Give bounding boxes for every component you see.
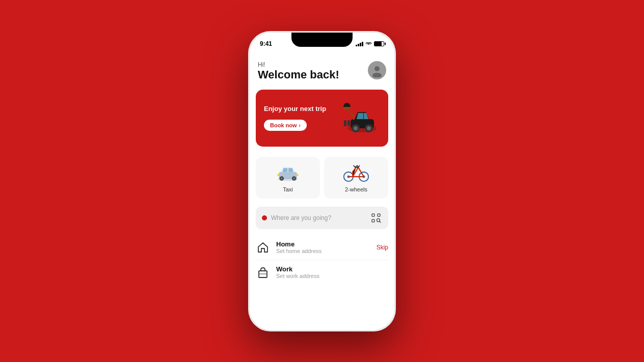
notch bbox=[291, 33, 353, 47]
arrow-icon: › bbox=[299, 123, 301, 128]
svg-rect-11 bbox=[347, 120, 350, 126]
address-list: Home Set home address Skip Work bbox=[250, 233, 394, 287]
svg-point-5 bbox=[354, 126, 358, 130]
home-address-text: Home Set home address bbox=[276, 240, 370, 254]
battery-fill bbox=[374, 42, 382, 46]
phone-inner: 9:41 bbox=[250, 33, 394, 330]
svg-point-1 bbox=[372, 73, 382, 77]
home-address-item[interactable]: Home Set home address Skip bbox=[256, 235, 388, 260]
svg-rect-18 bbox=[277, 174, 279, 176]
book-now-button[interactable]: Book now › bbox=[264, 120, 307, 131]
svg-rect-24 bbox=[372, 214, 374, 216]
svg-point-7 bbox=[367, 126, 371, 130]
home-name: Home bbox=[276, 240, 370, 248]
work-address-item[interactable]: Work Set work address bbox=[256, 260, 388, 285]
svg-rect-25 bbox=[378, 214, 380, 216]
greeting-hi: Hi! bbox=[258, 61, 339, 68]
svg-rect-26 bbox=[372, 219, 374, 222]
svg-point-15 bbox=[281, 178, 283, 180]
wifi-icon bbox=[365, 41, 372, 47]
status-icons bbox=[356, 41, 384, 47]
search-placeholder: Where are you going? bbox=[271, 214, 366, 221]
work-name: Work bbox=[276, 265, 388, 273]
status-bar: 9:41 bbox=[250, 33, 394, 55]
svg-rect-10 bbox=[344, 120, 346, 126]
search-section: Where are you going? bbox=[250, 203, 394, 233]
app-header: Hi! Welcome back! bbox=[250, 55, 394, 86]
promo-illustration bbox=[334, 98, 380, 138]
avatar[interactable] bbox=[368, 61, 386, 79]
home-subtitle: Set home address bbox=[276, 248, 370, 254]
promo-title: Enjoy your next trip bbox=[264, 105, 334, 114]
promo-banner[interactable]: Enjoy your next trip Book now › bbox=[256, 90, 388, 147]
scan-icon[interactable] bbox=[370, 212, 382, 224]
phone-frame: 9:41 bbox=[248, 31, 396, 331]
service-card-2wheels[interactable]: 2-wheels bbox=[324, 157, 388, 199]
bike-icon bbox=[343, 163, 369, 183]
work-address-text: Work Set work address bbox=[276, 265, 388, 279]
app-content: Hi! Welcome back! Enjoy your next trip B… bbox=[250, 55, 394, 330]
greeting-welcome: Welcome back! bbox=[258, 68, 339, 81]
status-time: 9:41 bbox=[260, 40, 272, 47]
svg-point-17 bbox=[293, 178, 295, 180]
skip-link[interactable]: Skip bbox=[377, 244, 388, 251]
battery-icon bbox=[374, 41, 384, 46]
home-icon bbox=[256, 240, 270, 255]
svg-rect-19 bbox=[297, 174, 299, 176]
service-card-taxi[interactable]: Taxi bbox=[256, 157, 320, 199]
search-bar[interactable]: Where are you going? bbox=[256, 207, 388, 229]
work-icon bbox=[256, 265, 270, 280]
work-subtitle: Set work address bbox=[276, 273, 388, 279]
svg-line-28 bbox=[380, 221, 381, 222]
taxi-icon bbox=[275, 163, 301, 183]
svg-rect-9 bbox=[343, 110, 351, 121]
location-dot-icon bbox=[262, 215, 267, 220]
promo-text-section: Enjoy your next trip Book now › bbox=[264, 105, 334, 131]
signal-bars-icon bbox=[356, 41, 363, 46]
greeting-section: Hi! Welcome back! bbox=[258, 61, 339, 81]
svg-point-0 bbox=[374, 66, 380, 71]
taxi-label: Taxi bbox=[283, 186, 293, 192]
service-grid: Taxi bbox=[250, 151, 394, 203]
2wheels-label: 2-wheels bbox=[345, 186, 367, 192]
